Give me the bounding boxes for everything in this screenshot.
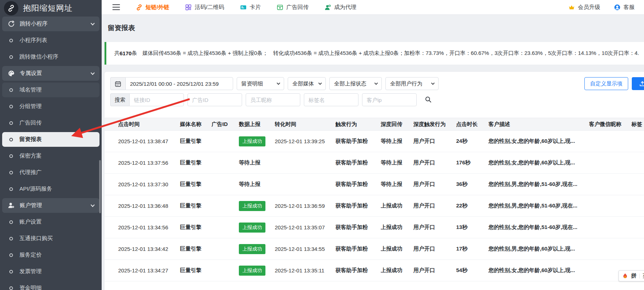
table-row: 2025-12-01 13:36:48巨量引擎上报成功2025-12-01 13…	[105, 195, 644, 217]
column-header: 触发行为	[335, 118, 381, 131]
bullet-icon	[9, 88, 13, 92]
sidebar-item[interactable]: 专属设置	[2, 66, 99, 81]
select-value: 全部上报状态	[334, 80, 366, 87]
bullet-icon	[9, 286, 13, 290]
sidebar-item-label: 互通接口购买	[19, 235, 94, 242]
sidebar-item[interactable]: API/源码服务	[2, 182, 99, 196]
column-header: 标签	[631, 118, 644, 131]
select-value: 留资明细	[241, 80, 263, 87]
ime-icon[interactable]	[622, 273, 628, 279]
sidebar-item[interactable]: 保密方案	[2, 149, 99, 163]
sidebar-item-label: 保密方案	[19, 152, 94, 160]
sidebar-scrollbar[interactable]	[99, 160, 101, 213]
qr-icon	[185, 4, 192, 11]
page-content: 留资报表 共6170条 媒体回传4536条 = 成功上报4536条 + 强制上报…	[102, 15, 644, 290]
sidebar-item[interactable]: 域名管理	[2, 83, 99, 97]
filter-select[interactable]: 全部媒体	[288, 77, 326, 90]
table-row: 2025-12-01 13:34:42巨量引擎上报成功2025-12-01 13…	[105, 238, 644, 260]
filter-selects: 留资明细全部媒体全部上报状态全部用户行为	[237, 77, 439, 90]
column-header: 数据上报	[239, 118, 275, 131]
tab-qr[interactable]: 活码/二维码	[185, 4, 224, 11]
date-range-group	[110, 77, 233, 90]
bullet-icon	[9, 105, 13, 108]
search-input[interactable]	[304, 93, 358, 106]
bullet-icon	[9, 39, 13, 42]
sidebar-item[interactable]: 互通接口购买	[2, 231, 99, 246]
chevron-down-icon	[91, 71, 94, 75]
select-value: 全部媒体	[292, 80, 314, 87]
tab-agent[interactable]: 成为代理	[324, 4, 356, 11]
summary-alert: 共6170条 媒体回传4536条 = 成功上报4536条 + 强制上报0条； 转…	[105, 42, 644, 65]
sidebar-item[interactable]: 代理推广	[2, 165, 99, 180]
sidebar-item[interactable]: 留资报表	[2, 132, 99, 147]
agent-icon	[324, 4, 331, 11]
filter-select[interactable]: 全部用户行为	[385, 77, 439, 90]
chevron-down-icon	[431, 81, 435, 85]
tab-label: 活码/二维码	[195, 4, 224, 11]
miniprogram-jump-icon	[8, 20, 15, 28]
sidebar-item-label: 跳转微信小程序	[19, 53, 94, 61]
sidebar-item-label: 域名管理	[19, 86, 94, 94]
sidebar-item-label: 跳转小程序	[20, 20, 87, 28]
chevron-down-icon	[277, 81, 280, 85]
sidebar-item-label: 广告回传	[19, 119, 94, 127]
nav-crown[interactable]: 会员升级	[568, 4, 600, 11]
sidebar-item-label: 代理推广	[19, 169, 94, 176]
sidebar-item[interactable]: 跳转微信小程序	[2, 50, 99, 64]
bullet-icon	[9, 154, 13, 158]
top-navbar: 短链/外链活码/二维码卡片广告回传成为代理 会员升级客服	[102, 0, 644, 15]
search-input[interactable]	[246, 93, 300, 106]
account-icon	[8, 202, 15, 209]
brand-logo[interactable]	[4, 1, 18, 15]
search-label: 搜索	[110, 93, 129, 106]
ime-english-toggle[interactable]: 英	[643, 272, 644, 279]
sidebar-item[interactable]: 资金明细	[2, 281, 99, 290]
topnav-right: 会员升级客服	[568, 4, 636, 11]
calendar-button[interactable]	[110, 77, 125, 90]
search-input[interactable]	[362, 93, 417, 106]
date-range-input[interactable]	[125, 77, 233, 90]
search-input-link-id[interactable]	[129, 93, 184, 106]
app-root: 抱阳缩短网址 跳转小程序小程序列表跳转微信小程序专属设置域名管理分组管理广告回传…	[0, 0, 644, 290]
table-header-row: 点击时间媒体名称广告ID数据上报转化时间触发行为深度回传深度触发行为点击时长客户…	[105, 118, 644, 131]
nav-support[interactable]: 客服	[614, 4, 635, 11]
filter-select[interactable]: 留资明细	[237, 77, 284, 90]
tab-card[interactable]: 卡片	[240, 4, 261, 11]
sidebar-item[interactable]: 跳转小程序	[2, 17, 99, 31]
search-button[interactable]	[423, 94, 433, 106]
sidebar-item[interactable]: 广告回传	[2, 116, 99, 130]
menu-toggle-icon[interactable]	[112, 4, 120, 10]
table-row: 2025-12-01 13:34:27巨量引擎上报成功2025-12-01 13…	[105, 260, 644, 281]
support-icon	[614, 4, 621, 11]
customize-columns-button[interactable]: 自定义显示项	[584, 77, 628, 90]
nav-label: 客服	[624, 4, 635, 11]
sidebar-item[interactable]: 服务定价	[2, 248, 99, 262]
sidebar-item-label: 小程序列表	[19, 37, 94, 44]
bullet-icon	[9, 55, 13, 59]
nav-label: 会员升级	[578, 4, 600, 11]
search-input[interactable]	[187, 93, 242, 106]
status-text: 等待上报	[239, 159, 260, 165]
sidebar-item[interactable]: 发票管理	[2, 264, 99, 279]
summary-text: 条 媒体回传4536条 = 成功上报4536条 + 强制上报0条； 转化成功45…	[131, 50, 639, 57]
sidebar-item-label: 资金明细	[19, 284, 94, 290]
status-badge: 上报成功	[239, 136, 265, 146]
summary-count: 6170	[120, 50, 131, 56]
column-header: 转化时间	[275, 118, 335, 131]
sidebar-item[interactable]: 账户管理	[2, 198, 99, 213]
export-button[interactable]	[632, 77, 644, 90]
tab-ad-callback[interactable]: 广告回传	[277, 4, 309, 11]
bullet-icon	[9, 171, 13, 174]
column-header: 媒体名称	[180, 118, 212, 131]
chevron-down-icon	[91, 203, 94, 207]
sidebar-item-label: API/源码服务	[19, 185, 94, 193]
tab-label: 成为代理	[334, 4, 356, 11]
sidebar-item[interactable]: 小程序列表	[2, 33, 99, 48]
tab-link[interactable]: 短链/外链	[136, 4, 169, 11]
tab-label: 卡片	[250, 4, 261, 11]
filter-select[interactable]: 全部上报状态	[329, 77, 382, 90]
ime-pinyin-toggle[interactable]: 拼	[631, 272, 636, 279]
sidebar-item[interactable]: 账户设置	[2, 215, 99, 229]
sidebar-item[interactable]: 分组管理	[2, 99, 99, 114]
sidebar-item-label: 服务定价	[19, 251, 94, 259]
